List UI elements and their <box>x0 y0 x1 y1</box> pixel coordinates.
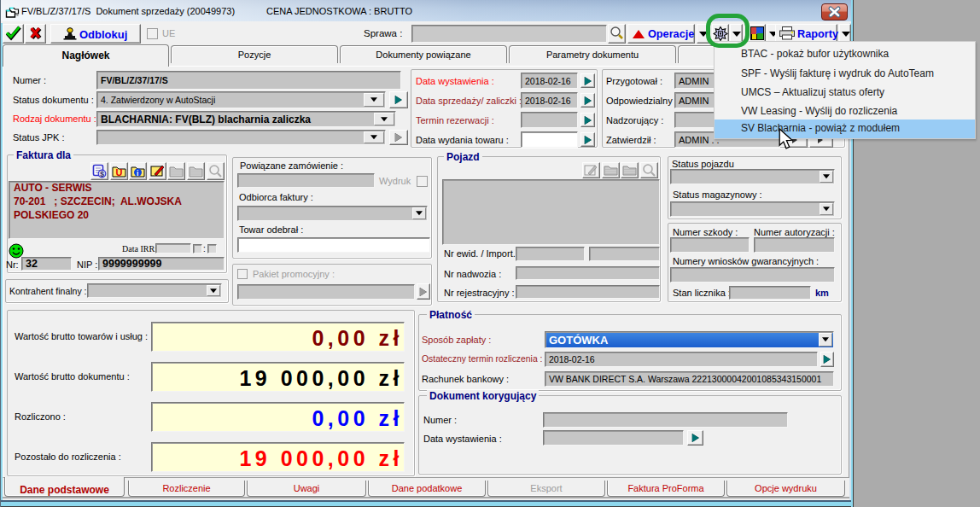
svg-text:U: U <box>116 167 123 178</box>
svg-text:i: i <box>137 169 138 178</box>
svg-text:$: $ <box>100 170 104 178</box>
